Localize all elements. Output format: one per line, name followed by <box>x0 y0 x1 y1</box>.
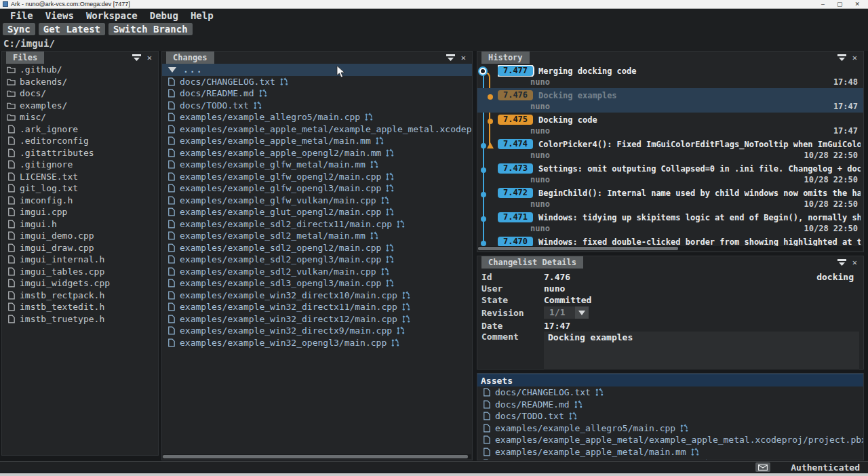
changed-file-row[interactable]: examples/example_sdl2_vulkan/main.cpp <box>162 266 472 278</box>
history-entry[interactable]: 7.473 Settings: omit outputing Collapsed… <box>477 161 863 186</box>
minimize-button[interactable]: – <box>821 1 825 8</box>
history-entry[interactable]: 7.477 Merging docking code nuno 17:48 <box>477 64 863 88</box>
maximize-button[interactable]: ▢ <box>837 1 843 8</box>
asset-file-row[interactable]: examples/example_allegro5/main.cpp <box>477 422 863 435</box>
file-tree-item[interactable]: imgui_demo.cpp <box>2 230 158 242</box>
history-entry[interactable]: 7.476 Docking examples nuno 17:47 <box>477 88 863 113</box>
filter-icon[interactable] <box>837 54 846 62</box>
file-tree-item[interactable]: imconfig.h <box>2 195 158 207</box>
asset-file-row[interactable]: docs/CHANGELOG.txt <box>477 386 863 399</box>
changed-file-row[interactable]: examples/example_sdl2_opengl3/main.cpp <box>162 254 472 266</box>
changelist-id-badge[interactable]: 7.470 <box>498 237 533 246</box>
comment-field[interactable]: Docking examples <box>544 332 859 370</box>
file-tree-item[interactable]: misc/ <box>2 111 158 123</box>
file-tree-item[interactable]: imgui.cpp <box>2 206 158 218</box>
changed-file-row[interactable]: examples/example_apple_metal/main.mm <box>162 135 472 147</box>
changed-file-row[interactable]: examples/example_sdl2_opengl2/main.cpp <box>162 242 472 254</box>
file-tree-item[interactable]: .github/ <box>2 64 158 76</box>
file-tree-item[interactable]: imstb_truetype.h <box>2 313 158 325</box>
file-tree-item[interactable]: imstb_rectpack.h <box>2 290 158 302</box>
changed-file-row[interactable]: examples/example_allegro5/main.cpp <box>162 111 472 123</box>
mail-icon[interactable] <box>755 462 770 472</box>
changed-file-row[interactable]: examples/example_sdl2_directx11/main.cpp <box>162 218 472 231</box>
changed-file-row[interactable]: examples/example_win32_directx9/main.cpp <box>162 325 472 337</box>
history-horizontal-scrollbar[interactable] <box>478 246 863 251</box>
changelist-id-badge[interactable]: 7.471 <box>498 212 533 222</box>
tab-changelist-details[interactable]: Changelist Details <box>481 256 583 269</box>
file-tree-item[interactable]: LICENSE.txt <box>2 171 158 183</box>
file-tree-item[interactable]: .gitattributes <box>2 147 158 159</box>
history-entry[interactable]: 7.470 Windows: fixed double-clicked bord… <box>477 235 863 246</box>
file-tree-item[interactable]: imgui.h <box>2 218 158 231</box>
file-tree-item[interactable]: imgui_draw.cpp <box>2 242 158 254</box>
history-entry[interactable]: 7.472 BeginChild(): Internal name used b… <box>477 186 863 210</box>
revision-dropdown-button[interactable] <box>575 306 589 319</box>
changelist-id-badge[interactable]: 7.473 <box>498 163 533 174</box>
changed-file-row[interactable]: examples/example_glut_opengl2/main.cpp <box>162 206 472 218</box>
tab-files[interactable]: Files <box>6 52 44 64</box>
menu-item[interactable]: File <box>4 10 39 21</box>
file-tree-item[interactable]: docs/ <box>2 87 158 100</box>
changed-file-row[interactable]: docs/README.md <box>162 87 472 100</box>
changed-file-row[interactable]: examples/example_glfw_vulkan/main.cpp <box>162 195 472 207</box>
file-tree-item[interactable]: imgui_tables.cpp <box>2 266 158 278</box>
toolbar-button[interactable]: Get Latest <box>39 23 105 35</box>
changed-file-row[interactable]: examples/example_glfw_metal/main.mm <box>162 159 472 171</box>
changed-file-row[interactable]: examples/example_apple_opengl2/main.mm <box>162 147 472 159</box>
file-tree-item[interactable]: imgui_internal.h <box>2 254 158 266</box>
changed-file-row[interactable]: examples/example_glfw_opengl2/main.cpp <box>162 171 472 183</box>
expand-triangle-icon[interactable] <box>168 67 176 73</box>
close-panel-icon[interactable]: ✕ <box>852 54 857 62</box>
file-tree-item[interactable]: .editorconfig <box>2 135 158 147</box>
close-panel-icon[interactable]: ✕ <box>461 54 466 62</box>
tab-history[interactable]: History <box>481 52 530 64</box>
tab-changes[interactable]: Changes <box>166 52 214 64</box>
changed-file-row[interactable]: examples/example_sdl2_metal/main.mm <box>162 230 472 242</box>
changelist-id-badge[interactable]: 7.476 <box>498 90 533 100</box>
changed-file-row[interactable]: examples/example_win32_directx12/main.cp… <box>162 313 472 325</box>
close-panel-icon[interactable]: ✕ <box>852 258 857 266</box>
changed-file-row[interactable]: examples/example_win32_directx11/main.cp… <box>162 301 472 313</box>
changed-file-row[interactable]: examples/example_apple_metal/example_app… <box>162 123 472 136</box>
filter-icon[interactable] <box>132 54 141 62</box>
changelist-id-badge[interactable]: 7.475 <box>498 115 533 125</box>
changelist-id-badge[interactable]: 7.474 <box>498 139 533 149</box>
file-tree-item[interactable]: imstb_textedit.h <box>2 301 158 313</box>
menu-item[interactable]: Workspace <box>80 10 144 21</box>
close-panel-icon[interactable]: ✕ <box>147 54 152 62</box>
asset-file-row[interactable]: docs/README.md <box>477 399 863 411</box>
asset-file-row[interactable]: docs/TODO.txt <box>477 410 863 422</box>
changes-horizontal-scrollbar[interactable] <box>163 454 471 459</box>
file-tree-item[interactable]: .gitignore <box>2 159 158 171</box>
file-tree-item[interactable]: .ark_ignore <box>2 123 158 136</box>
file-tree-item[interactable]: backends/ <box>2 76 158 88</box>
menu-item[interactable]: Debug <box>144 10 184 21</box>
menu-item[interactable]: Help <box>184 10 220 21</box>
file-tree-item[interactable]: examples/ <box>2 100 158 112</box>
asset-file-row[interactable]: examples/example_apple_metal/example_app… <box>477 434 863 446</box>
filter-icon[interactable] <box>837 259 846 266</box>
filter-icon[interactable] <box>446 54 455 62</box>
history-entry[interactable]: 7.475 Docking code nuno 17:47 <box>477 113 863 137</box>
changed-file-row[interactable]: examples/example_win32_opengl3/main.cpp <box>162 337 472 349</box>
scrollbar-thumb[interactable] <box>163 455 468 458</box>
history-entry[interactable]: 7.471 Windows: tidying up skipitems logi… <box>477 210 863 235</box>
changelist-id-badge[interactable]: 7.477 <box>498 66 533 76</box>
file-tree-item[interactable]: git_log.txt <box>2 182 158 195</box>
toolbar-button[interactable]: Switch Branch <box>108 23 193 35</box>
file-tree-item[interactable]: imgui_widgets.cpp <box>2 277 158 290</box>
changed-file-row[interactable]: examples/example_win32_directx10/main.cp… <box>162 290 472 302</box>
changed-file-row[interactable]: docs/TODO.txt <box>162 100 472 112</box>
changed-file-row[interactable]: examples/example_glfw_opengl3/main.cpp <box>162 182 472 195</box>
changed-file-row[interactable]: docs/CHANGELOG.txt <box>162 76 472 88</box>
changelist-id-badge[interactable]: 7.472 <box>498 188 533 198</box>
close-button[interactable]: ✕ <box>854 1 860 8</box>
changed-file-row[interactable]: examples/example_sdl3_opengl3/main.cpp <box>162 277 472 290</box>
history-entry[interactable]: 7.474 ColorPicker4(): Fixed ImGuiColorEd… <box>477 137 863 161</box>
menu-item[interactable]: Views <box>39 10 80 21</box>
changes-root-row[interactable]: ... <box>162 64 472 76</box>
toolbar-button[interactable]: Sync <box>3 23 35 35</box>
scrollbar-thumb[interactable] <box>478 247 678 250</box>
asset-file-row[interactable]: examples/example_apple_metal/main.mm <box>477 446 863 458</box>
asset-file-row[interactable]: examples/example_apple_opengl2/main.mm <box>477 458 863 460</box>
